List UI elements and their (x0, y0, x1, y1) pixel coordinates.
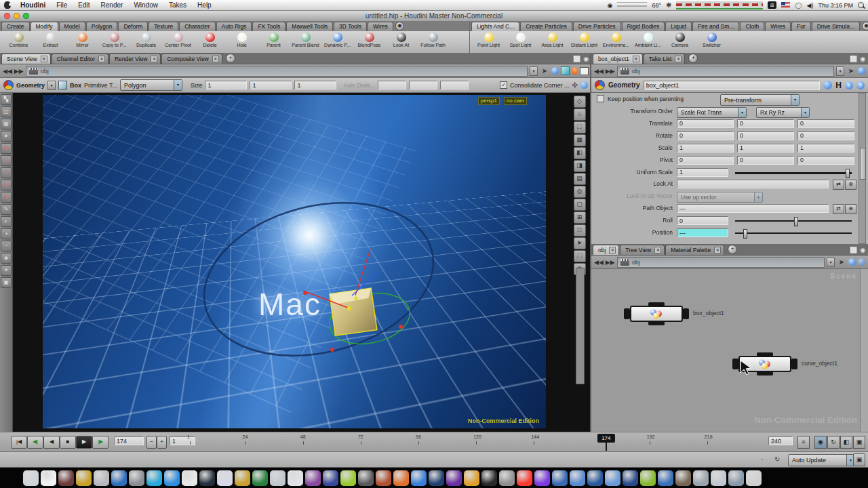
rotate-z-field[interactable] (797, 131, 854, 140)
path-forward-icon[interactable]: ▶▶ (14, 68, 24, 75)
flipbook-button[interactable]: ▣ (853, 436, 865, 449)
dock-app-icon-31[interactable] (552, 470, 568, 486)
tab-scene-view[interactable]: Scene View✕ (1, 54, 51, 64)
tab-channel-editor[interactable]: Channel Editor✕ (52, 54, 108, 64)
size-z-field[interactable] (294, 81, 336, 89)
tool-area-light[interactable]: Area Light (536, 31, 568, 47)
scale-x-field[interactable] (677, 144, 734, 152)
tool-parent-blend[interactable]: Parent Blend (290, 31, 321, 47)
dock-app-icon-1[interactable] (23, 470, 39, 486)
pane-maximize-icon[interactable]: ⬜ (573, 56, 580, 62)
shelf-tab-texture[interactable]: Texture (149, 22, 178, 31)
new-tab-button[interactable]: + (688, 54, 698, 63)
play-button[interactable]: ▶ (76, 436, 92, 449)
menu-takes[interactable]: Takes (169, 1, 186, 9)
translate-icon[interactable]: ✥ (1, 143, 12, 154)
transform-order-dropdown-1[interactable]: Rx Ry Rz▾ (756, 107, 810, 118)
pane-menu-icon[interactable]: ◉ (860, 247, 865, 253)
shelf-tab-drive-particles[interactable]: Drive Particles (573, 22, 621, 31)
tab-render-view[interactable]: Render View✕ (109, 54, 161, 64)
dock-app-icon-12[interactable] (217, 470, 233, 486)
pose-icon[interactable]: ✣ (1, 180, 12, 190)
menu-edit[interactable]: Edit (78, 1, 90, 9)
operation-controls-icon[interactable]: ✣ (572, 81, 578, 89)
node-body[interactable] (630, 306, 683, 322)
audio-toggle[interactable]: ◧ (840, 436, 852, 449)
timeline-playhead[interactable]: 174 (597, 434, 615, 443)
dock-app-icon-29[interactable] (517, 470, 532, 486)
uniform-scale-slider[interactable] (735, 172, 852, 174)
dock-app-icon-32[interactable] (570, 470, 585, 486)
spaces-icon[interactable]: ⊞ (768, 1, 776, 9)
node-output-flag[interactable] (791, 359, 797, 369)
dock-app-icon-15[interactable] (270, 470, 285, 486)
dock-app-icon-2[interactable] (41, 470, 56, 486)
tool-parent[interactable]: Parent (258, 31, 290, 47)
look-at-up-vector-dropdown[interactable]: Use up vector▾ (677, 192, 763, 203)
tool-blendpose[interactable]: BlendPose (353, 31, 385, 47)
slider-handle[interactable] (846, 169, 850, 178)
translate-z-field[interactable] (797, 119, 854, 128)
new-tab-button[interactable]: + (226, 54, 235, 63)
shelf-tab-modify[interactable]: Modify (31, 22, 58, 31)
tool-delete[interactable]: Delete (194, 31, 226, 47)
tool-follow-path[interactable]: Follow Path (417, 31, 449, 47)
dock-app-icon-19[interactable] (340, 470, 356, 486)
dock-app-icon-10[interactable] (182, 470, 197, 486)
dock-app-icon-27[interactable] (481, 470, 497, 486)
close-icon[interactable]: ✕ (675, 56, 682, 62)
viewport-camera-badge[interactable]: persp1 (478, 97, 500, 105)
shelf-tab-model[interactable]: Model (59, 22, 85, 31)
viewport-scrollbar[interactable] (576, 268, 585, 384)
dock-app-icon-8[interactable] (146, 470, 162, 486)
node-output-flag[interactable] (683, 308, 689, 319)
play-reverse-button[interactable]: ◀ (43, 436, 60, 449)
scale-y-field[interactable] (737, 144, 794, 152)
tool-environme[interactable]: Environme... (600, 31, 632, 47)
param-scroll-thumb[interactable] (860, 148, 866, 180)
export-pane-icon[interactable]: ➤ (846, 67, 856, 75)
wire-icon[interactable]: ◨ (574, 160, 586, 172)
tab-tree-view[interactable]: Tree View✕ (620, 245, 665, 255)
tab-obj[interactable]: obj✕ (593, 245, 619, 255)
input-language-flag-icon[interactable] (781, 2, 790, 8)
tool-switcher[interactable]: Switcher (696, 31, 728, 47)
frame-increment-button[interactable]: + (157, 436, 167, 449)
shelf-tab-wires[interactable]: Wires (765, 22, 791, 31)
range-end-field[interactable] (768, 436, 793, 445)
help-orb-icon[interactable] (580, 81, 588, 89)
roll-slider[interactable] (735, 220, 852, 222)
tab-composite-view[interactable]: Composite View✕ (161, 54, 222, 64)
texture-icon[interactable]: ▤ (574, 173, 586, 185)
menu-file[interactable]: File (56, 1, 67, 9)
shelf-tab-fur[interactable]: Fur (791, 22, 811, 31)
snap-grid-icon[interactable]: ◫ (1, 106, 12, 117)
close-window-button[interactable] (4, 13, 10, 19)
realtime-toggle[interactable]: ◉ (814, 436, 827, 449)
dock-app-icon-6[interactable] (111, 470, 127, 486)
camera-icon[interactable]: ▣ (1, 277, 12, 288)
dock-app-icon-42[interactable] (746, 470, 762, 486)
op-jump-icon[interactable]: ⇄ (833, 180, 844, 190)
current-frame-field[interactable] (114, 436, 144, 445)
loop-toggle[interactable]: ↻ (827, 436, 840, 449)
select-arrow-icon[interactable]: ➤ (1, 131, 12, 142)
dock-app-icon-14[interactable] (252, 470, 268, 486)
op-jump-icon[interactable]: ⇄ (833, 204, 844, 214)
dock-app-icon-13[interactable] (235, 470, 250, 486)
gear-icon[interactable]: ✱ (666, 1, 671, 9)
node-name-field[interactable] (644, 81, 821, 90)
dock-app-icon-34[interactable] (605, 470, 620, 486)
pin-icon[interactable] (572, 67, 578, 75)
close-icon[interactable]: ✕ (98, 56, 105, 62)
zoom-window-button[interactable] (23, 13, 29, 19)
sculpt-icon[interactable]: ◑ (1, 228, 12, 239)
param-path-field[interactable]: obj (617, 66, 834, 77)
path-forward-icon[interactable]: ▶▶ (606, 68, 615, 75)
houdini-help-icon[interactable]: H (835, 81, 842, 90)
dock-app-icon-20[interactable] (358, 470, 374, 486)
dock-app-icon-25[interactable] (446, 470, 462, 486)
layout-icon[interactable]: ▚ (1, 94, 12, 105)
shelf-tab-maxwell-tools[interactable]: Maxwell Tools (286, 22, 333, 31)
translate-y-field[interactable] (737, 119, 794, 128)
